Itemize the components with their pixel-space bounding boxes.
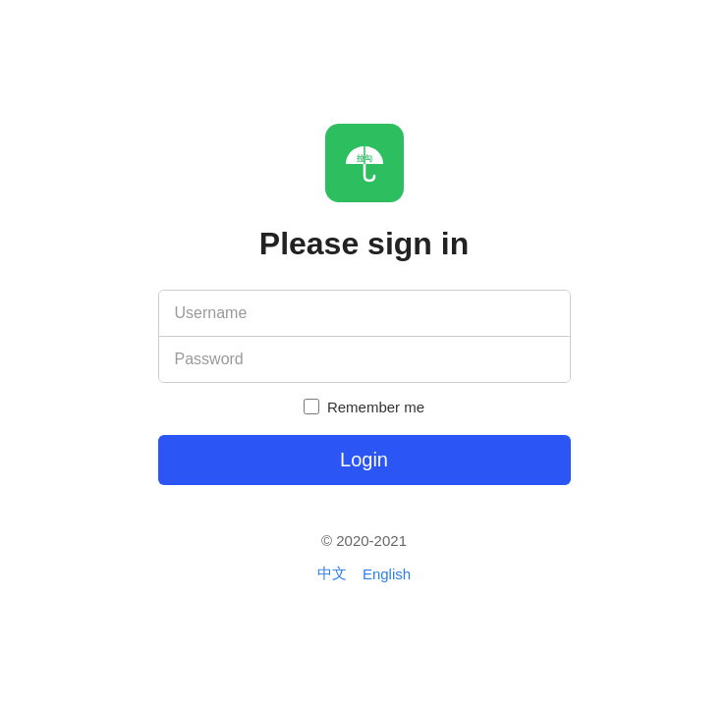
remember-row: Remember me [304,399,424,415]
lang-en-link[interactable]: English [363,566,411,582]
remember-label: Remember me [327,399,424,415]
logo-wrapper: 拉勾 [325,124,404,202]
page-title: Please sign in [259,226,469,262]
username-input[interactable] [159,291,570,337]
login-button[interactable]: Login [158,435,571,485]
password-input[interactable] [159,337,570,382]
svg-text:拉勾: 拉勾 [356,154,372,163]
logo-box: 拉勾 [325,124,404,202]
lang-zh-link[interactable]: 中文 [317,565,347,583]
copyright-text: © 2020-2021 [321,532,407,549]
page-container: 拉勾 Please sign in Remember me Login © 20… [0,124,728,583]
login-form [158,290,571,383]
language-row: 中文 English [317,565,411,583]
logo-icon: 拉勾 [340,138,389,188]
remember-checkbox[interactable] [304,399,319,414]
